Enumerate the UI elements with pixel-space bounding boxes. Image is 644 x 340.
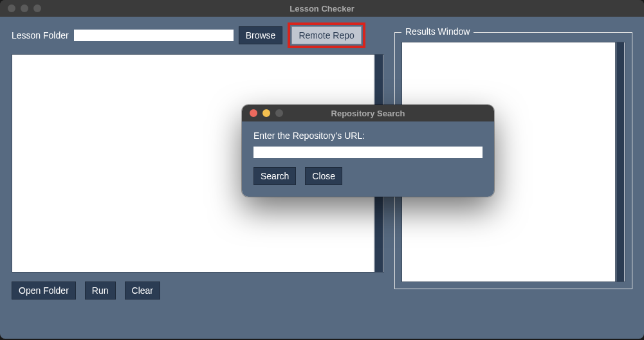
dialog-buttons: Search Close (253, 167, 483, 185)
run-button[interactable]: Run (85, 282, 116, 300)
minimize-icon[interactable] (21, 4, 28, 12)
remote-repo-button[interactable]: Remote Repo (291, 26, 361, 44)
results-scrollbar[interactable] (615, 42, 625, 282)
open-folder-button[interactable]: Open Folder (12, 282, 76, 300)
dialog-traffic-lights (242, 109, 283, 117)
top-controls: Lesson Folder Browse Remote Repo (12, 26, 384, 45)
browse-button[interactable]: Browse (239, 26, 283, 44)
maximize-icon[interactable] (33, 4, 41, 12)
close-button[interactable]: Close (305, 167, 342, 185)
dialog-prompt: Enter the Repository's URL: (253, 130, 483, 141)
close-icon[interactable] (8, 4, 15, 12)
lesson-folder-label: Lesson Folder (12, 30, 69, 40)
repository-search-dialog: Repository Search Enter the Repository's… (242, 105, 494, 197)
main-titlebar[interactable]: Lesson Checker (0, 0, 644, 17)
window-title: Lesson Checker (0, 4, 644, 13)
search-button[interactable]: Search (253, 167, 296, 185)
dialog-body: Enter the Repository's URL: Search Close (242, 121, 494, 197)
lesson-folder-input[interactable] (74, 30, 234, 41)
bottom-controls: Open Folder Run Clear (12, 282, 384, 300)
dialog-close-icon[interactable] (250, 109, 257, 117)
results-scroll-thumb[interactable] (616, 42, 624, 282)
dialog-maximize-icon (275, 109, 283, 117)
remote-repo-highlight: Remote Repo (288, 22, 365, 48)
dialog-titlebar[interactable]: Repository Search (242, 105, 494, 121)
repository-url-input[interactable] (253, 147, 483, 158)
clear-button[interactable]: Clear (125, 282, 160, 300)
main-traffic-lights (0, 4, 41, 12)
dialog-minimize-icon[interactable] (262, 109, 270, 117)
results-legend: Results Window (401, 26, 474, 37)
